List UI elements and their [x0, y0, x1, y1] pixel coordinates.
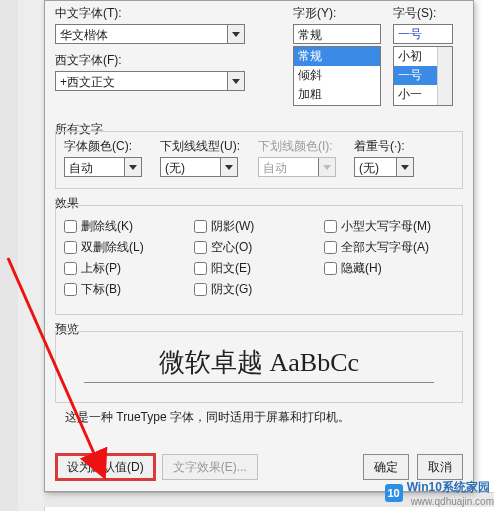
size-input[interactable]: 一号: [393, 24, 453, 44]
font-top-area: 中文字体(T): 华文楷体 西文字体(F): +西文正文 字形(Y): 常规 常…: [55, 5, 463, 106]
chevron-down-icon: [124, 158, 141, 176]
list-item[interactable]: 倾斜: [294, 66, 380, 85]
en-font-select[interactable]: +西文正文: [55, 71, 245, 91]
allcaps-checkbox[interactable]: 全部大写字母(A): [324, 239, 454, 256]
underline-color-value: 自动: [259, 158, 318, 176]
checkbox-label: 全部大写字母(A): [341, 239, 429, 256]
cn-font-select[interactable]: 华文楷体: [55, 24, 245, 44]
underline-style-label: 下划线线型(U):: [160, 138, 240, 155]
subscript-checkbox[interactable]: 下标(B): [64, 281, 194, 298]
double-strike-checkbox[interactable]: 双删除线(L): [64, 239, 194, 256]
strikethrough-checkbox[interactable]: 删除线(K): [64, 218, 194, 235]
outline-checkbox[interactable]: 空心(O): [194, 239, 324, 256]
font-color-select[interactable]: 自动: [64, 157, 142, 177]
chevron-down-icon: [318, 158, 335, 176]
set-default-button[interactable]: 设为默认值(D): [55, 453, 156, 481]
button-label: 设为默认值(D): [67, 459, 144, 476]
size-value: 一号: [394, 24, 452, 45]
button-label: 取消: [428, 459, 452, 476]
shadow-checkbox[interactable]: 阴影(W): [194, 218, 324, 235]
button-label: 文字效果(E)...: [173, 459, 247, 476]
font-color-value: 自动: [65, 158, 124, 176]
checkbox-label: 阴影(W): [211, 218, 254, 235]
text-effects-button: 文字效果(E)...: [162, 454, 258, 480]
style-label: 字形(Y):: [293, 5, 387, 22]
style-input[interactable]: 常规: [293, 24, 381, 44]
list-item[interactable]: 常规: [294, 47, 380, 66]
underline-color-select: 自动: [258, 157, 336, 177]
watermark-url: www.qdhuajin.com: [411, 496, 494, 507]
chevron-down-icon: [227, 25, 244, 43]
font-color-label: 字体颜色(C):: [64, 138, 142, 155]
list-item[interactable]: 加粗: [294, 85, 380, 104]
underline-style-select[interactable]: (无): [160, 157, 238, 177]
emphasis-select[interactable]: (无): [354, 157, 414, 177]
en-font-value: +西文正文: [56, 72, 227, 90]
cn-font-value: 华文楷体: [56, 25, 227, 43]
checkbox-label: 小型大写字母(M): [341, 218, 431, 235]
size-listbox[interactable]: 小初 一号 小一: [393, 46, 453, 106]
underline-color-label: 下划线颜色(I):: [258, 138, 336, 155]
dialog-buttons: 设为默认值(D) 文字效果(E)... 确定 取消: [55, 453, 463, 481]
engrave-checkbox[interactable]: 阴文(G): [194, 281, 324, 298]
checkbox-label: 双删除线(L): [81, 239, 144, 256]
preview-note: 这是一种 TrueType 字体，同时适用于屏幕和打印机。: [65, 409, 350, 426]
preview-text: 微软卓越 AaBbCc: [84, 338, 434, 383]
chevron-down-icon: [220, 158, 237, 176]
checkbox-label: 阳文(E): [211, 260, 251, 277]
preview-group: 微软卓越 AaBbCc: [55, 331, 463, 403]
font-dialog: 中文字体(T): 华文楷体 西文字体(F): +西文正文 字形(Y): 常规 常…: [44, 0, 474, 492]
watermark: 10 Win10系统家园 www.qdhuajin.com: [385, 479, 494, 507]
cn-font-label: 中文字体(T):: [55, 5, 287, 22]
chevron-down-icon: [396, 158, 413, 176]
hidden-checkbox[interactable]: 隐藏(H): [324, 260, 454, 277]
emphasis-value: (无): [355, 158, 396, 176]
emphasis-label: 着重号(·):: [354, 138, 414, 155]
watermark-title: Win10系统家园: [407, 479, 494, 496]
chevron-down-icon: [227, 72, 244, 90]
en-font-label: 西文字体(F):: [55, 52, 287, 69]
superscript-checkbox[interactable]: 上标(P): [64, 260, 194, 277]
emboss-checkbox[interactable]: 阳文(E): [194, 260, 324, 277]
checkbox-label: 阴文(G): [211, 281, 252, 298]
cancel-button[interactable]: 取消: [417, 454, 463, 480]
all-text-group: 字体颜色(C): 自动 下划线线型(U): (无) 下划线颜色(I): 自动 着…: [55, 131, 463, 189]
checkbox-label: 删除线(K): [81, 218, 133, 235]
logo-icon: 10: [385, 484, 403, 502]
checkbox-label: 空心(O): [211, 239, 252, 256]
smallcaps-checkbox[interactable]: 小型大写字母(M): [324, 218, 454, 235]
checkbox-label: 上标(P): [81, 260, 121, 277]
button-label: 确定: [374, 459, 398, 476]
size-label: 字号(S):: [393, 5, 463, 22]
style-value: 常规: [294, 25, 380, 43]
checkbox-label: 隐藏(H): [341, 260, 382, 277]
checkbox-label: 下标(B): [81, 281, 121, 298]
ok-button[interactable]: 确定: [363, 454, 409, 480]
style-listbox[interactable]: 常规 倾斜 加粗: [293, 46, 381, 106]
underline-style-value: (无): [161, 158, 220, 176]
scrollbar[interactable]: [437, 47, 452, 105]
effects-group: 删除线(K) 双删除线(L) 上标(P) 下标(B) 阴影(W) 空心(O) 阳…: [55, 205, 463, 315]
